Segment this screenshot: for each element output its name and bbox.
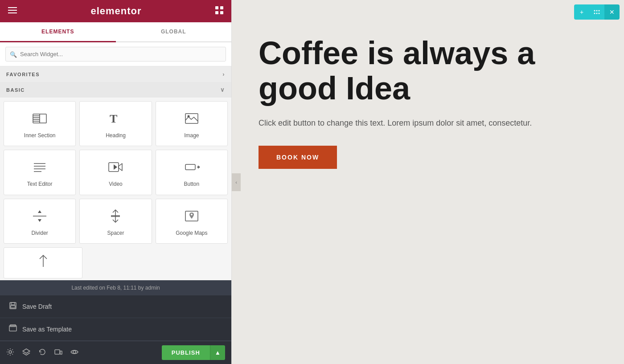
widget-video-label: Video xyxy=(109,181,122,187)
svg-marker-25 xyxy=(38,210,41,213)
history-icon[interactable] xyxy=(38,348,46,358)
widget-text-editor-label: Text Editor xyxy=(27,181,53,187)
add-element-button[interactable]: + xyxy=(574,4,589,20)
canvas-body-text: Click edit button to change this text. L… xyxy=(259,117,562,130)
hamburger-icon[interactable] xyxy=(8,7,17,16)
inner-section-icon xyxy=(32,110,48,129)
widget-grid: Inner Section T Heading Image xyxy=(0,98,231,247)
search-icon: 🔍 xyxy=(10,51,17,57)
widget-heading-label: Heading xyxy=(106,132,126,139)
svg-point-44 xyxy=(596,10,598,12)
widget-spacer[interactable]: Spacer xyxy=(79,199,152,244)
settings-icon[interactable] xyxy=(6,348,14,358)
partial-widget-icon xyxy=(35,253,51,271)
publish-arrow-button[interactable]: ▲ xyxy=(210,345,225,360)
footer-actions: Save Draft Save as Template xyxy=(0,295,231,341)
panel-header: elementor xyxy=(0,0,231,22)
widget-spacer-label: Spacer xyxy=(107,230,124,236)
widget-button-label: Button xyxy=(184,181,199,187)
spacer-icon xyxy=(107,208,123,226)
favorites-label: FAVORITES xyxy=(6,72,40,77)
publish-button-group: PUBLISH ▲ xyxy=(162,345,225,360)
svg-marker-27 xyxy=(38,219,41,222)
svg-point-45 xyxy=(599,10,600,12)
svg-rect-3 xyxy=(215,6,218,9)
publish-button[interactable]: PUBLISH xyxy=(162,345,210,360)
tab-global[interactable]: GLOBAL xyxy=(116,22,232,42)
divider-icon xyxy=(32,208,48,226)
svg-rect-40 xyxy=(55,350,60,354)
svg-rect-34 xyxy=(11,303,15,305)
preview-icon[interactable] xyxy=(70,348,78,358)
svg-marker-21 xyxy=(119,164,122,171)
save-draft-icon xyxy=(9,302,17,311)
svg-marker-39 xyxy=(23,349,30,353)
widget-divider-label: Divider xyxy=(31,230,48,236)
svg-rect-23 xyxy=(185,164,195,170)
svg-point-15 xyxy=(187,115,189,118)
search-box: 🔍 xyxy=(0,42,231,66)
basic-section-header[interactable]: BASIC ∨ xyxy=(0,82,231,98)
video-icon xyxy=(107,159,123,177)
layers-icon[interactable] xyxy=(22,348,30,358)
svg-rect-4 xyxy=(220,6,223,9)
svg-rect-41 xyxy=(60,351,62,354)
svg-rect-5 xyxy=(215,11,218,14)
footer-last-edited: Last edited on Feb 8, 11:11 by admin xyxy=(0,280,231,295)
svg-point-47 xyxy=(596,13,598,14)
svg-text:T: T xyxy=(110,112,117,125)
svg-point-48 xyxy=(599,13,600,14)
bottom-bar-icons xyxy=(6,348,78,358)
heading-icon: T xyxy=(107,110,123,129)
svg-point-43 xyxy=(594,10,595,12)
save-template-icon xyxy=(9,324,17,334)
svg-rect-6 xyxy=(220,11,223,14)
canvas-area: + ✕ ‹ Coffee is always a good Idea Click… xyxy=(232,0,624,364)
canvas-heading: Coffee is always a good Idea xyxy=(259,36,597,106)
widget-video[interactable]: Video xyxy=(79,150,152,195)
tab-elements[interactable]: ELEMENTS xyxy=(0,22,116,42)
partial-widget-row xyxy=(0,247,231,280)
widget-image-label: Image xyxy=(184,132,199,139)
widget-divider[interactable]: Divider xyxy=(4,199,76,244)
svg-point-46 xyxy=(594,13,595,14)
save-draft-button[interactable]: Save Draft xyxy=(0,295,231,318)
widget-inner-section[interactable]: Inner Section xyxy=(4,101,76,146)
basic-chevron: ∨ xyxy=(220,86,226,93)
basic-label: BASIC xyxy=(6,87,25,93)
button-icon xyxy=(184,159,200,177)
move-element-button[interactable] xyxy=(589,4,604,20)
widget-heading[interactable]: T Heading xyxy=(79,101,152,146)
save-template-label: Save as Template xyxy=(22,326,72,333)
svg-point-32 xyxy=(191,213,193,215)
apps-grid-icon[interactable] xyxy=(215,6,223,16)
search-input[interactable] xyxy=(5,47,226,61)
widget-google-maps-label: Google Maps xyxy=(176,230,207,236)
image-icon xyxy=(184,110,200,129)
widget-google-maps[interactable]: Google Maps xyxy=(156,199,228,244)
google-maps-icon xyxy=(184,208,200,226)
svg-point-42 xyxy=(73,351,76,353)
save-template-button[interactable]: Save as Template xyxy=(0,318,231,341)
panel-bottom-bar: PUBLISH ▲ xyxy=(0,341,231,364)
close-element-button[interactable]: ✕ xyxy=(604,4,620,20)
svg-rect-35 xyxy=(11,306,15,308)
favorites-chevron: › xyxy=(222,71,225,78)
widget-image[interactable]: Image xyxy=(156,101,228,146)
elementor-logo: elementor xyxy=(90,5,141,17)
widget-inner-section-label: Inner Section xyxy=(24,132,56,139)
panel-collapse-arrow[interactable]: ‹ xyxy=(232,173,241,191)
panel-tabs: ELEMENTS GLOBAL xyxy=(0,22,231,42)
save-draft-label: Save Draft xyxy=(22,303,52,310)
widget-button[interactable]: Button xyxy=(156,150,228,195)
svg-point-38 xyxy=(9,351,12,353)
floating-controls: + ✕ xyxy=(574,4,620,20)
responsive-icon[interactable] xyxy=(54,348,62,358)
widget-partial[interactable] xyxy=(4,247,82,278)
left-panel: elementor ELEMENTS GLOBAL 🔍 FAVORITES › … xyxy=(0,0,232,364)
favorites-section-header[interactable]: FAVORITES › xyxy=(0,66,231,82)
text-editor-icon xyxy=(32,159,48,177)
book-now-button[interactable]: BOOK NOW xyxy=(259,146,337,169)
widget-text-editor[interactable]: Text Editor xyxy=(4,150,76,195)
svg-marker-22 xyxy=(114,164,117,170)
